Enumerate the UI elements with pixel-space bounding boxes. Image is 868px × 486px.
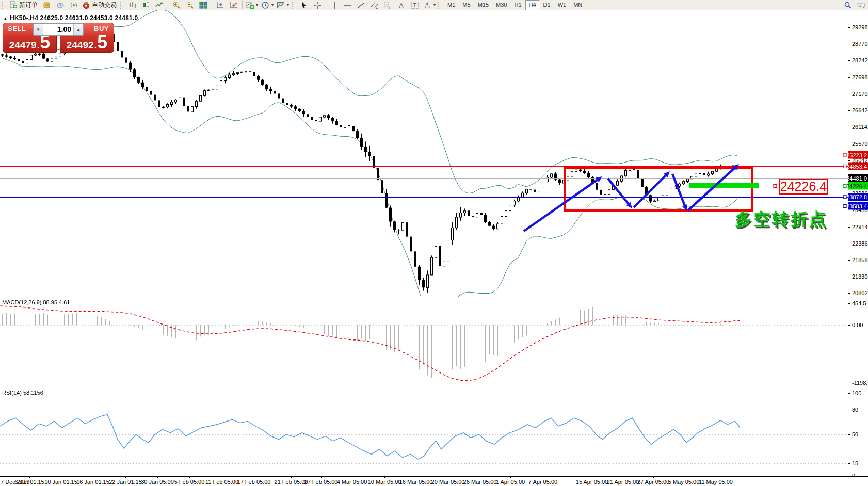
textT-icon: T xyxy=(411,1,419,9)
cursor-button[interactable] xyxy=(297,0,311,10)
publisher-button[interactable] xyxy=(54,0,67,10)
macd-tick-label: 454.5 xyxy=(852,300,866,306)
dropdown-arrow-icon[interactable]: ▾ xyxy=(271,3,274,7)
timeframe-d1-button[interactable]: D1 xyxy=(540,0,554,10)
clock-icon xyxy=(261,1,269,9)
volume-control: ▼ ▲ xyxy=(33,23,84,36)
signals-button[interactable] xyxy=(67,0,81,10)
price-chart-canvas[interactable] xyxy=(0,10,848,297)
window-separator[interactable] xyxy=(0,298,868,298)
price-tick xyxy=(848,110,850,111)
price-tick xyxy=(848,127,850,127)
time-tick-label: 21 Feb 05:00 xyxy=(275,479,308,485)
new-order-button-label: 新订单 xyxy=(19,1,39,9)
time-tick xyxy=(157,477,158,478)
time-tick-label: 5 Feb 05:00 xyxy=(174,479,205,485)
price-tick xyxy=(848,27,850,28)
crosshair-button[interactable] xyxy=(311,0,324,10)
time-tick xyxy=(125,477,126,478)
chart-window: ▲HK50-,H4 24625.0 24631.0 24453.0 24481.… xyxy=(0,10,868,486)
bar-chart-button[interactable] xyxy=(126,0,139,10)
vertical-line-button[interactable] xyxy=(328,0,341,10)
chat-button[interactable] xyxy=(855,0,868,10)
timeframe-h1-button[interactable]: H1 xyxy=(510,0,525,10)
time-tick xyxy=(653,477,654,478)
time-tick-label: 10 Jan 01:15 xyxy=(44,479,77,485)
rsi-tick-label: 50 xyxy=(852,431,858,438)
trendline-button[interactable] xyxy=(355,0,368,10)
templates-button[interactable]: ▾ xyxy=(275,0,291,10)
toolbar-separator xyxy=(242,1,243,9)
price-tick xyxy=(848,44,850,44)
dropdown-arrow-icon[interactable]: ▾ xyxy=(287,3,289,7)
price-level-annotation[interactable]: 24226.4 xyxy=(779,179,828,195)
search-button[interactable] xyxy=(841,0,855,10)
tile-windows-button[interactable] xyxy=(197,0,210,10)
new-order-button[interactable]: 新订单 xyxy=(8,0,40,10)
time-tick xyxy=(189,477,190,478)
volume-increase-icon[interactable]: ▲ xyxy=(73,24,83,35)
equidistant-channel-button[interactable]: E xyxy=(368,0,381,10)
timeframe-h4-button[interactable]: H4 xyxy=(525,0,540,10)
volume-decrease-icon[interactable]: ▼ xyxy=(34,24,43,35)
price-tick-label: 27170.0 xyxy=(852,91,868,97)
time-tick xyxy=(384,477,385,478)
search-icon xyxy=(844,1,852,9)
cloud-icon xyxy=(56,1,65,9)
linechart-icon xyxy=(155,1,164,9)
dropdown-arrow-icon[interactable]: ▾ xyxy=(433,3,436,7)
collapse-panel-arrow-icon[interactable]: ▲ xyxy=(3,16,8,21)
text-button[interactable]: A xyxy=(395,0,408,10)
timeframe-mn-button[interactable]: MN xyxy=(570,0,586,10)
toolbar-grip xyxy=(120,2,125,9)
price-tick-label: 22914.0 xyxy=(852,224,868,230)
indicators-button[interactable]: ▾ xyxy=(244,0,260,10)
candlestick-chart-button[interactable] xyxy=(139,0,153,10)
macd-chart-canvas[interactable] xyxy=(0,301,848,388)
textA-icon: A xyxy=(397,1,406,9)
zoom-in-button[interactable] xyxy=(170,0,183,10)
window-separator[interactable] xyxy=(0,296,868,296)
price-axis[interactable]: 29298.028770.028242.027698.027170.026642… xyxy=(848,10,868,476)
price-tick xyxy=(848,94,850,94)
shift-end-button[interactable] xyxy=(214,0,227,10)
fibonacci-button[interactable]: F xyxy=(381,0,395,10)
shapes-button[interactable]: ▾ xyxy=(422,0,437,10)
volume-input[interactable] xyxy=(43,24,73,35)
charts-notepad-button[interactable] xyxy=(40,0,54,10)
window-separator[interactable] xyxy=(0,390,868,390)
zoom-out-button[interactable] xyxy=(183,0,197,10)
time-axis[interactable]: 7 Dec 20196 Jan 01:1510 Jan 01:1516 Jan … xyxy=(0,476,868,486)
autotrading-button[interactable]: 自动交易 xyxy=(81,0,119,10)
price-level-box: 24226.4 xyxy=(848,182,868,190)
rsi-tick-label: 15 xyxy=(852,460,858,466)
macd-tick xyxy=(848,303,850,304)
price-tick xyxy=(848,244,850,244)
auto-scroll-button[interactable] xyxy=(227,0,240,10)
zoom-out-icon xyxy=(186,1,194,9)
time-tick-label: 27 Feb 05:00 xyxy=(304,479,338,485)
timeframe-m30-button[interactable]: M30 xyxy=(492,0,510,10)
text-label-button[interactable]: T xyxy=(408,0,422,10)
timeframe-m15-button[interactable]: M15 xyxy=(474,0,492,10)
time-tick-label: 4 Mar 05:00 xyxy=(337,479,367,485)
periods-button[interactable]: ▾ xyxy=(260,0,275,10)
timeframe-m5-button[interactable]: M5 xyxy=(459,0,474,10)
turning-point-annotation[interactable]: 多空转折点 xyxy=(735,208,828,231)
rsi-tick xyxy=(848,434,850,435)
price-tick-label: 26642.0 xyxy=(852,107,868,114)
horizontal-line-button[interactable] xyxy=(341,0,355,10)
rsi-chart-canvas[interactable] xyxy=(0,390,848,476)
timeframe-w1-button[interactable]: W1 xyxy=(554,0,570,10)
timeframe-m1-button[interactable]: M1 xyxy=(444,0,459,10)
shift-end-icon xyxy=(216,1,224,9)
time-tick-label: 27 Apr 05:00 xyxy=(637,479,669,485)
time-tick-label: 30 Jan 05:00 xyxy=(141,479,174,485)
line-chart-button[interactable] xyxy=(153,0,166,10)
dropdown-arrow-icon[interactable]: ▾ xyxy=(256,3,258,7)
time-tick-label: 5 May 05:00 xyxy=(668,479,700,485)
channel-icon: E xyxy=(371,1,379,9)
time-tick-label: 26 Mar 05:00 xyxy=(463,479,497,485)
window-separator[interactable] xyxy=(0,388,868,388)
time-tick xyxy=(29,477,30,478)
